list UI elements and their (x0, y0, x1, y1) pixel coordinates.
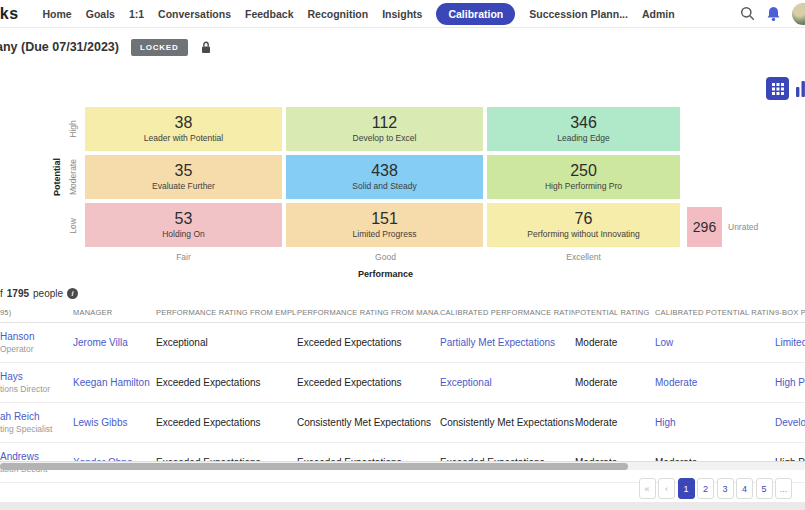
cell-label: Leader with Potential (144, 133, 223, 143)
cell-count: 250 (570, 163, 597, 180)
employee-name-link[interactable]: ah Reich (0, 411, 73, 422)
nav-item-admin[interactable]: Admin (642, 8, 675, 20)
page-button-1[interactable]: 1 (678, 478, 695, 499)
nav-item-insights[interactable]: Insights (382, 8, 422, 20)
x-axis-title: Performance (287, 269, 484, 279)
nav-item-recognition[interactable]: Recognition (307, 8, 368, 20)
perf-from-manager: Consistently Met Expectations (297, 417, 440, 428)
calibrated-performance-link[interactable]: Partially Met Expectations (440, 337, 575, 348)
cell-count: 112 (372, 115, 398, 132)
calibrated-potential-link[interactable]: High (655, 417, 775, 428)
page-first-button[interactable]: « (639, 478, 656, 499)
app-logo[interactable]: rks (0, 5, 19, 23)
ninebox-unrated-box[interactable]: 296 (687, 207, 722, 247)
employee-cell: Hanson Operator (0, 331, 73, 354)
bar-chart-icon (796, 80, 805, 97)
calibrated-performance: Consistently Met Expectations (440, 417, 575, 428)
unrated-label: Unrated (728, 222, 758, 232)
y-tick-moderate: Moderate (68, 159, 78, 195)
cycle-name: any (Due 07/31/2023) (0, 40, 119, 54)
table-row: Hays tions Director Keegan Hamilton Exce… (0, 363, 805, 403)
manager-link[interactable]: Lewis Gibbs (73, 417, 156, 428)
ninebox-cell-leader-with-potential[interactable]: 38 Leader with Potential (85, 107, 282, 151)
col-calibrated-potential: CALIBRATED POTENTIAL RATING (655, 308, 775, 317)
page-prev-button[interactable]: ‹ (658, 478, 675, 499)
nine-box-position-link[interactable]: Develop (775, 417, 805, 428)
ninebox-cell-solid-and-steady[interactable]: 438 Solid and Steady (286, 155, 483, 199)
col-potential: POTENTIAL RATING (575, 308, 655, 317)
nav-item-succession-planning[interactable]: Succession Plann... (529, 8, 628, 20)
page-ellipsis-button[interactable]: ... (775, 478, 792, 499)
cell-label: Holding On (162, 229, 205, 239)
calibrated-performance-link[interactable]: Exceptional (440, 377, 575, 388)
y-tick-low: Low (68, 218, 78, 234)
ninebox-cell-develop-to-excel[interactable]: 112 Develop to Excel (286, 107, 483, 151)
page-button-4[interactable]: 4 (736, 478, 753, 499)
page-button-3[interactable]: 3 (717, 478, 734, 499)
count-prefix: f (0, 288, 3, 299)
top-nav: rks Home Goals 1:1 Conversations Feedbac… (0, 0, 805, 28)
col-perf-from-manager: PERFORMANCE RATING FROM MANA... (297, 308, 440, 317)
ninebox-cell-holding-on[interactable]: 53 Holding On (85, 203, 282, 247)
employee-name-link[interactable]: Hanson (0, 331, 73, 342)
bell-icon[interactable] (766, 6, 781, 22)
employee-cell: ah Reich ting Specialist (0, 411, 73, 434)
potential-rating: Moderate (575, 377, 655, 388)
manager-link[interactable]: Jerome Villa (73, 337, 156, 348)
y-tick-high: High (68, 120, 78, 137)
user-avatar[interactable] (792, 3, 805, 25)
employee-name-link[interactable]: Hays (0, 371, 73, 382)
grid-view-button[interactable] (766, 77, 789, 100)
count-value: 1795 (7, 288, 29, 299)
cell-label: Performing without Innovating (527, 229, 639, 239)
page-button-5[interactable]: 5 (756, 478, 773, 499)
page-button-2[interactable]: 2 (697, 478, 714, 499)
cell-label: Evaluate Further (152, 181, 215, 191)
table-header-row: 95) MANAGER PERFORMANCE RATING FROM EMPL… (0, 303, 805, 323)
col-nine-box: 9-BOX PO (775, 308, 805, 317)
perf-from-employee: Exceptional (156, 337, 297, 348)
calibration-table: 95) MANAGER PERFORMANCE RATING FROM EMPL… (0, 303, 805, 483)
cycle-header: any (Due 07/31/2023) LOCKED (0, 36, 212, 58)
nav-item-feedback[interactable]: Feedback (245, 8, 293, 20)
employee-title: tions Director (0, 384, 73, 394)
ninebox-cell-evaluate-further[interactable]: 35 Evaluate Further (85, 155, 282, 199)
perf-from-manager: Exceeded Expectations (297, 337, 440, 348)
info-icon[interactable]: i (67, 288, 78, 299)
manager-link[interactable]: Keegan Hamilton (73, 377, 156, 388)
nav-item-home[interactable]: Home (43, 8, 72, 20)
nav-item-conversations[interactable]: Conversations (158, 8, 231, 20)
col-manager: MANAGER (73, 308, 156, 317)
scrollbar-thumb[interactable] (0, 463, 628, 470)
calibrated-potential-link[interactable]: Moderate (655, 377, 775, 388)
nav-item-1on1[interactable]: 1:1 (129, 8, 144, 20)
nine-box-grid: 38 Leader with Potential 112 Develop to … (85, 107, 680, 247)
horizontal-scrollbar[interactable] (0, 461, 805, 470)
cell-label: Leading Edge (557, 133, 609, 143)
table-row: Hanson Operator Jerome Villa Exceptional… (0, 323, 805, 363)
calibrated-potential-link[interactable]: Low (655, 337, 775, 348)
count-suffix: people (33, 288, 63, 299)
nav-item-goals[interactable]: Goals (86, 8, 115, 20)
nine-box-position-link[interactable]: Limited (775, 337, 805, 348)
cell-label: Limited Progress (353, 229, 417, 239)
ninebox-cell-high-performing-pro[interactable]: 250 High Performing Pro (487, 155, 680, 199)
nav-right (740, 3, 805, 25)
col-calibrated-performance: CALIBRATED PERFORMANCE RATING (440, 308, 575, 317)
cell-label: High Performing Pro (545, 181, 622, 191)
x-tick-good: Good (287, 252, 484, 262)
pagination: « ‹ 1 2 3 4 5 ... (639, 478, 793, 499)
search-icon[interactable] (740, 6, 755, 21)
x-tick-fair: Fair (85, 252, 282, 262)
ninebox-cell-leading-edge[interactable]: 346 Leading Edge (487, 107, 680, 151)
ninebox-cell-limited-progress[interactable]: 151 Limited Progress (286, 203, 483, 247)
perf-from-employee: Exceeded Expectations (156, 417, 297, 428)
employee-cell: Hays tions Director (0, 371, 73, 394)
chart-view-button[interactable] (796, 80, 805, 97)
nine-box-position-link[interactable]: High Pe (775, 377, 805, 388)
employee-title: ting Specialist (0, 424, 73, 434)
grid-icon (772, 83, 784, 95)
ninebox-cell-performing-without-innovating[interactable]: 76 Performing without Innovating (487, 203, 680, 247)
cell-count: 346 (570, 115, 597, 132)
nav-item-calibration[interactable]: Calibration (436, 3, 515, 25)
